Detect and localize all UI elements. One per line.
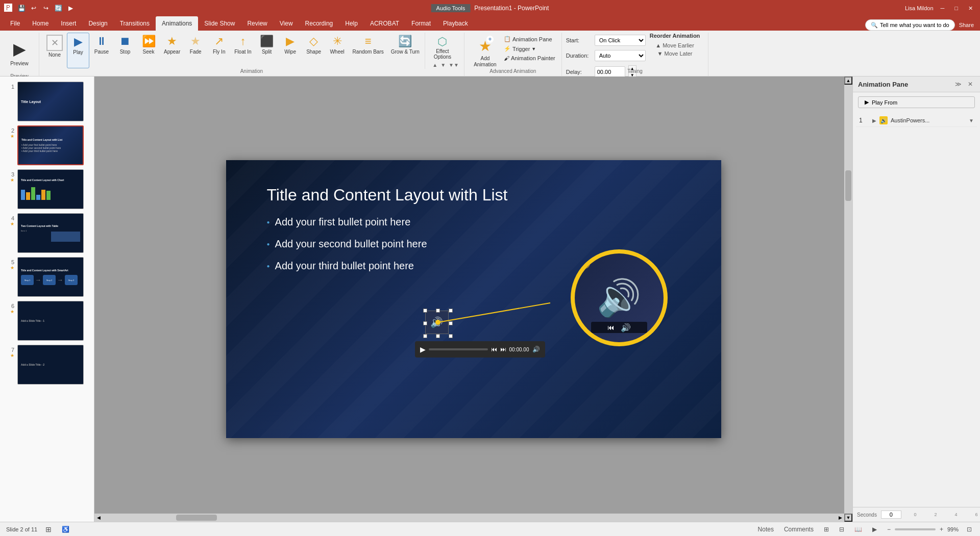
anim-item-1[interactable]: 1 ▶ 🔊 AustinPowers... ▼: [856, 114, 977, 127]
tab-help[interactable]: Help: [339, 16, 364, 31]
scroll-top-btn[interactable]: ▲: [844, 76, 852, 85]
slide-3-thumb[interactable]: Title and Content Layout with Chart: [17, 169, 84, 209]
wheel-animation-btn[interactable]: ✳ Wheel: [326, 33, 349, 68]
stop-animation-btn[interactable]: ⏹ Stop: [114, 33, 136, 68]
pane-collapse-btn[interactable]: ≫: [953, 80, 964, 89]
anim-item-1-expand-icon[interactable]: ▶: [872, 118, 876, 123]
flyin-animation-btn[interactable]: ↗ Fly In: [208, 33, 230, 68]
handle-tl[interactable]: [423, 309, 427, 313]
timeline-start-input[interactable]: [881, 511, 901, 519]
slide-6-thumb[interactable]: Add a Slide Title - 1: [17, 301, 84, 341]
scroll-more-btn[interactable]: ▼▼: [448, 61, 460, 69]
zoom-out-btn[interactable]: −: [885, 525, 893, 534]
zoom-slider[interactable]: [895, 528, 936, 530]
slide-item-3[interactable]: 3 ★ Title and Content Layout with Chart: [4, 168, 90, 210]
auto-save-btn[interactable]: 🔄: [53, 3, 63, 13]
save-btn[interactable]: 💾: [16, 3, 27, 13]
fit-slide-btn[interactable]: ⊡: [965, 525, 974, 534]
scroll-track[interactable]: [844, 85, 852, 514]
floatin-animation-btn[interactable]: ↑ Float In: [231, 33, 254, 68]
start-select[interactable]: On ClickWith PreviousAfter Previous: [595, 35, 646, 46]
player-rewind-btn[interactable]: ⏮: [491, 346, 497, 353]
animation-pane-btn[interactable]: 📋 Animation Pane: [502, 35, 557, 43]
tab-view[interactable]: View: [274, 16, 299, 31]
comments-btn[interactable]: Comments: [782, 525, 816, 534]
tab-transitions[interactable]: Transitions: [114, 16, 156, 31]
play-animation-btn[interactable]: ▶ Play: [67, 33, 89, 68]
slide-canvas[interactable]: Title and Content Layout with List ● Add…: [226, 160, 721, 438]
delay-input[interactable]: [595, 66, 625, 78]
minimize-btn[interactable]: ─: [938, 4, 948, 12]
slide-7-thumb[interactable]: Add a Slide Title - 2: [17, 345, 84, 385]
scroll-up-btn[interactable]: ▲: [431, 61, 438, 69]
bullet-2[interactable]: ● Add your second bullet point here: [267, 238, 427, 250]
tab-recording[interactable]: Recording: [299, 16, 339, 31]
player-volume-btn[interactable]: 🔊: [532, 346, 540, 353]
slide-1-thumb[interactable]: Title Layout: [17, 82, 84, 121]
anim-item-1-arrow-icon[interactable]: ▼: [969, 118, 974, 123]
slideshow-btn[interactable]: ▶: [870, 525, 879, 534]
slide-item-6[interactable]: 6 ★ Add a Slide Title - 1: [4, 300, 90, 342]
tell-me-input[interactable]: 🔍 Tell me what you want to do: [865, 19, 955, 31]
tab-format[interactable]: Format: [405, 16, 437, 31]
tab-animations[interactable]: Animations: [156, 16, 198, 31]
player-play-btn[interactable]: ▶: [420, 345, 426, 353]
slide-layout-btn[interactable]: ⊞: [43, 524, 54, 534]
reading-view-btn[interactable]: 📖: [852, 525, 864, 534]
handle-mr[interactable]: [449, 321, 453, 325]
split-animation-btn[interactable]: ⬛ Split: [256, 33, 278, 68]
tab-slideshow[interactable]: Slide Show: [198, 16, 241, 31]
fade-animation-btn[interactable]: ★ Fade: [184, 33, 207, 68]
undo-btn[interactable]: ↩: [29, 3, 39, 13]
maximize-btn[interactable]: □: [951, 4, 961, 12]
notes-btn[interactable]: Notes: [756, 525, 776, 534]
tab-review[interactable]: Review: [241, 16, 273, 31]
randombars-animation-btn[interactable]: ≡ Random Bars: [350, 33, 387, 68]
normal-view-btn[interactable]: ⊞: [822, 525, 831, 534]
handle-bl[interactable]: [423, 334, 427, 338]
pane-close-btn[interactable]: ✕: [966, 80, 975, 89]
trigger-btn[interactable]: ⚡ Trigger ▼: [502, 44, 557, 53]
close-btn[interactable]: ✕: [965, 4, 976, 13]
tab-file[interactable]: File: [4, 16, 26, 31]
audio-element-selected[interactable]: 🔊: [425, 311, 451, 336]
none-animation-btn[interactable]: ✕ None: [43, 33, 66, 68]
present-btn[interactable]: ▶: [65, 3, 76, 13]
slide-2-thumb[interactable]: Title and Content Layout with List • Add…: [17, 125, 84, 165]
audio-player-bar[interactable]: ▶ ⏮ ⏭ 00:00.00 🔊: [415, 341, 545, 358]
tab-insert[interactable]: Insert: [55, 16, 82, 31]
handle-ml[interactable]: [423, 321, 427, 325]
redo-btn[interactable]: ↪: [41, 3, 51, 13]
slide-item-5[interactable]: 5 ★ Title and Content Layout with SmartA…: [4, 256, 90, 298]
slide-5-thumb[interactable]: Title and Content Layout with SmartArt S…: [17, 257, 84, 297]
scroll-bottom-btn[interactable]: ▼: [844, 514, 852, 522]
handle-tr[interactable]: [449, 309, 453, 313]
move-later-btn[interactable]: ▼ Move Later: [650, 50, 700, 57]
player-progress-bar[interactable]: [429, 348, 488, 350]
h-scroll-track[interactable]: [103, 514, 836, 522]
play-from-button[interactable]: ▶ Play From: [858, 96, 975, 108]
seek-animation-btn[interactable]: ⏩ Seek: [137, 33, 160, 68]
share-btn[interactable]: Share: [959, 22, 974, 28]
tab-acrobat[interactable]: ACROBAT: [364, 16, 405, 31]
growturn-animation-btn[interactable]: 🔄 Grow & Turn: [388, 33, 423, 68]
slide-item-1[interactable]: 1 Title Layout: [4, 81, 90, 122]
preview-button[interactable]: ▶ Preview: [4, 33, 35, 72]
slide-main-title[interactable]: Title and Content Layout with List: [267, 186, 508, 205]
scroll-right-btn[interactable]: ▶: [836, 514, 844, 522]
slide-item-7[interactable]: 7 ★ Add a Slide Title - 2: [4, 344, 90, 386]
add-animation-btn[interactable]: ★+ Add Animation: [469, 33, 502, 72]
slide-sorter-btn[interactable]: ⊟: [837, 525, 846, 534]
handle-tm[interactable]: [436, 309, 440, 313]
tab-home[interactable]: Home: [26, 16, 55, 31]
shape-animation-btn[interactable]: ◇ Shape: [303, 33, 325, 68]
slide-4-thumb[interactable]: Two Content Layout with Table Item 1: [17, 213, 84, 253]
zoom-in-btn[interactable]: +: [938, 525, 945, 534]
wipe-animation-btn[interactable]: ▶ Wipe: [279, 33, 302, 68]
tab-playback[interactable]: Playback: [437, 16, 474, 31]
scroll-left-btn[interactable]: ◀: [94, 514, 103, 522]
slide-item-2[interactable]: 2 ★ Title and Content Layout with List •…: [4, 124, 90, 166]
player-forward-btn[interactable]: ⏭: [500, 346, 506, 353]
accessibility-btn[interactable]: ♿: [60, 525, 71, 534]
move-earlier-btn[interactable]: ▲ Move Earlier: [650, 42, 700, 49]
